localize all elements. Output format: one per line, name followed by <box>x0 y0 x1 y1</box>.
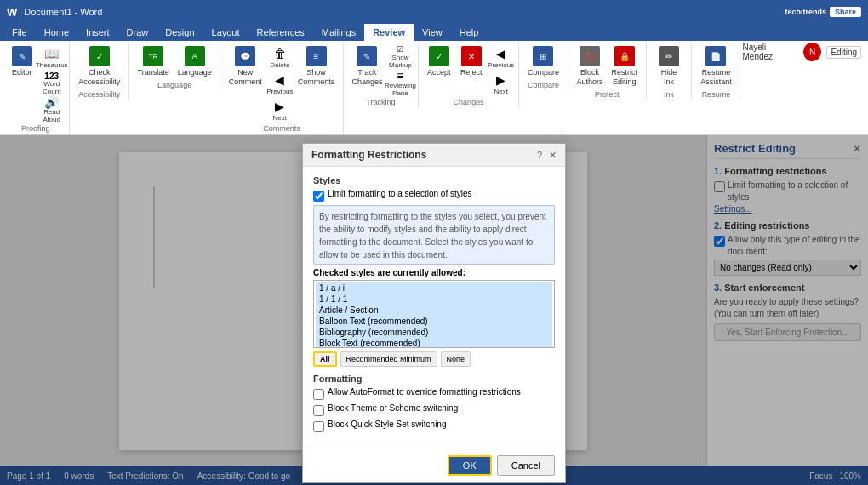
dialog-titlebar: Formatting Restrictions ? ✕ <box>303 144 565 167</box>
brand-logo: techitrends Share <box>779 5 866 19</box>
tab-insert[interactable]: Insert <box>77 24 118 41</box>
style-item[interactable]: Bibliography (recommended) <box>316 327 552 338</box>
delete-btn[interactable]: 🗑 Delete <box>267 44 293 70</box>
ribbon-group-protect: 🚫 BlockAuthors 🔒 RestrictEditing Protect <box>570 43 647 100</box>
showmarkup-btn[interactable]: ☑ Show Markup <box>387 44 413 70</box>
share-btn[interactable]: Share <box>830 7 861 17</box>
styles-description: By restricting formatting to the styles … <box>319 210 549 261</box>
next-btn[interactable]: ▶ Next <box>267 97 293 123</box>
prevchange-btn[interactable]: ◀ Previous <box>488 44 514 70</box>
tab-mailings[interactable]: Mailings <box>313 24 364 41</box>
ribbon-content: ✎ Editor 📖 Thesaurus 123 Word Count 🔊 Re… <box>0 41 868 134</box>
blocktheme-row: Block Theme or Scheme switching <box>313 403 555 416</box>
styles-section-title: Styles <box>313 175 555 185</box>
thesaurus-btn[interactable]: 📖 Thesaurus <box>39 44 65 70</box>
restrictediting-btn[interactable]: 🔒 RestrictEditing <box>608 44 641 88</box>
reject-btn[interactable]: ✕ Reject <box>456 44 487 79</box>
tab-view[interactable]: View <box>414 24 451 41</box>
autoformat-label: Allow AutoFormat to override formatting … <box>328 387 521 397</box>
dialog-title-controls: ? ✕ <box>537 150 557 161</box>
dialog-footer: OK Cancel <box>303 448 565 482</box>
compare-btn[interactable]: ⊞ Compare <box>524 44 562 79</box>
ribbon-group-language: TR Translate A Language Language <box>131 43 220 91</box>
blockquickstyle-row: Block Quick Style Set switching <box>313 419 555 432</box>
ribbon: File Home Insert Draw Design Layout Refe… <box>0 24 868 135</box>
tab-help[interactable]: Help <box>451 24 488 41</box>
dialog-formatting-section: Formatting Allow AutoFormat to override … <box>313 374 555 432</box>
style-item[interactable]: 1 / 1 / 1 <box>316 294 552 305</box>
styles-list-buttons: All Recommended Minimum None <box>313 351 555 367</box>
ribbon-group-accessibility: ✓ CheckAccessibility Accessibility <box>71 43 129 100</box>
checked-styles-label: Checked styles are currently allowed: <box>313 268 555 277</box>
dialog-ok-btn[interactable]: OK <box>448 455 492 476</box>
brand-name: techitrends <box>785 8 826 16</box>
readaloud-btn[interactable]: 🔊 Read Aloud <box>39 97 65 123</box>
ribbon-group-proofing: ✎ Editor 📖 Thesaurus 123 Word Count 🔊 Re… <box>3 43 70 134</box>
tab-home[interactable]: Home <box>36 24 77 41</box>
translate-btn[interactable]: TR Translate <box>134 44 173 79</box>
recommended-minimum-btn[interactable]: Recommended Minimum <box>340 351 437 367</box>
style-item[interactable]: Balloon Text (recommended) <box>316 316 552 327</box>
blockquickstyle-label: Block Quick Style Set switching <box>328 419 447 429</box>
formatting-restrictions-dialog: Formatting Restrictions ? ✕ Styles Limit… <box>302 143 566 483</box>
showcomments-btn[interactable]: ≡ ShowComments <box>294 44 339 88</box>
blocktheme-checkbox[interactable] <box>313 405 324 416</box>
titlebar-title: Document1 - Word <box>24 7 102 17</box>
user-avatar: N <box>803 43 822 61</box>
ribbon-group-resume: 📄 ResumeAssistant Resume <box>694 43 740 100</box>
previous-btn[interactable]: ◀ Previous <box>267 71 293 96</box>
titlebar: W Document1 - Word − □ ✕ <box>0 0 868 24</box>
wordcount-btn[interactable]: 123 Word Count <box>39 71 65 96</box>
dialog-close-icon[interactable]: ✕ <box>549 150 557 161</box>
blockauthors-btn[interactable]: 🚫 BlockAuthors <box>573 44 606 88</box>
checkaccessibility-btn[interactable]: ✓ CheckAccessibility <box>75 44 123 88</box>
trackchanges-btn[interactable]: ✎ TrackChanges <box>348 44 385 88</box>
editing-status[interactable]: Editing <box>826 46 861 59</box>
style-item[interactable]: Article / Section <box>316 305 552 316</box>
hideink-btn[interactable]: ✏ Hide Ink <box>652 44 687 88</box>
dialog-cancel-btn[interactable]: Cancel <box>497 455 555 476</box>
all-styles-btn[interactable]: All <box>313 351 337 367</box>
ribbon-group-comments: 💬 NewComment 🗑 Delete ◀ Previous ▶ Next <box>222 43 343 134</box>
ribbon-group-compare: ⊞ Compare Compare <box>521 43 568 91</box>
resumeassist-btn[interactable]: 📄 ResumeAssistant <box>697 44 735 88</box>
editor-btn[interactable]: ✎ Editor <box>7 44 37 79</box>
tab-references[interactable]: References <box>248 24 313 41</box>
app-icon: W <box>7 6 17 19</box>
blockquickstyle-checkbox[interactable] <box>313 421 324 432</box>
nextchange-btn[interactable]: ▶ Next <box>488 71 514 96</box>
main-area: Restrict Editing ✕ 1. Formatting restric… <box>0 135 868 485</box>
style-item[interactable]: Block Text (recommended) <box>316 338 552 348</box>
ribbon-group-changes: ✓ Accept ✕ Reject ◀ Previous ▶ Next <box>420 43 519 108</box>
ribbon-group-tracking: ✎ TrackChanges ☑ Show Markup ≡ Reviewing… <box>345 43 419 108</box>
dialog-styles-section: Styles Limit formatting to a selection o… <box>313 175 555 367</box>
limit-formatting-label: Limit formatting to a selection of style… <box>328 189 472 198</box>
autoformat-checkbox[interactable] <box>313 389 324 400</box>
tab-draw[interactable]: Draw <box>118 24 157 41</box>
autoformat-row: Allow AutoFormat to override formatting … <box>313 387 555 400</box>
user-name: Nayeli Mendez <box>742 43 797 61</box>
tab-review[interactable]: Review <box>364 24 414 41</box>
limit-formatting-checkbox[interactable] <box>313 191 324 202</box>
user-info: Nayeli Mendez N Editing <box>742 43 865 61</box>
style-item[interactable]: 1 / a / i <box>316 282 552 294</box>
tab-file[interactable]: File <box>3 24 36 41</box>
ribbon-tabs: File Home Insert Draw Design Layout Refe… <box>0 24 868 41</box>
dialog-title: Formatting Restrictions <box>311 149 426 161</box>
language-btn[interactable]: A Language <box>174 44 215 79</box>
formatting-section-title: Formatting <box>313 374 555 384</box>
limit-formatting-row: Limit formatting to a selection of style… <box>313 189 555 202</box>
dialog-body: Styles Limit formatting to a selection o… <box>303 167 565 448</box>
newcomment-btn[interactable]: 💬 NewComment <box>226 44 266 88</box>
styles-list[interactable]: 1 / a / i 1 / 1 / 1 Article / Section Ba… <box>313 280 555 348</box>
blocktheme-label: Block Theme or Scheme switching <box>328 403 458 413</box>
none-styles-btn[interactable]: None <box>441 351 471 367</box>
formatting-description-box: By restricting formatting to the styles … <box>313 205 555 265</box>
tab-layout[interactable]: Layout <box>203 24 248 41</box>
reviewingpane-btn[interactable]: ≡ Reviewing Pane <box>387 71 413 96</box>
accept-btn[interactable]: ✓ Accept <box>424 44 454 79</box>
modal-overlay: Formatting Restrictions ? ✕ Styles Limit… <box>0 135 868 485</box>
dialog-help-icon[interactable]: ? <box>537 150 542 161</box>
tab-design[interactable]: Design <box>157 24 203 41</box>
ribbon-group-ink: ✏ Hide Ink Ink <box>648 43 693 100</box>
